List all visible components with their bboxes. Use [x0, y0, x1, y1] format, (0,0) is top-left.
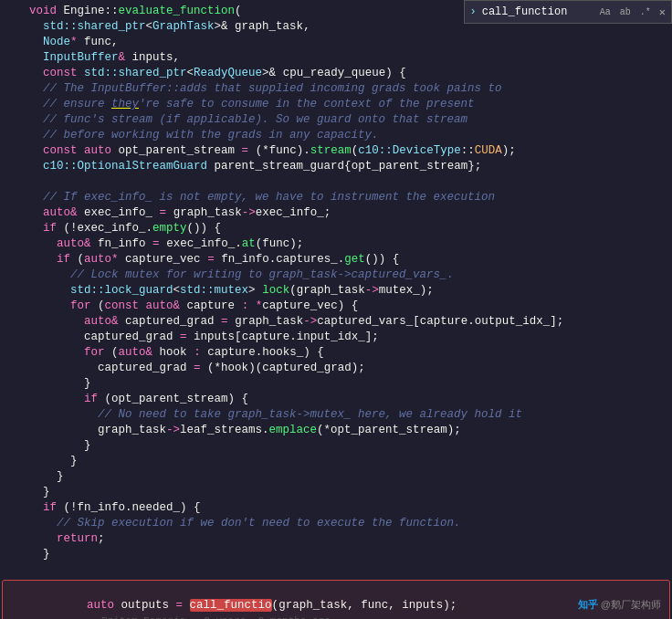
code-line: // before working with the grads in any …: [0, 128, 672, 143]
code-line: // Skip execution if we don't need to ex…: [0, 516, 672, 531]
code-line: [0, 562, 672, 578]
code-line: graph_task->leaf_streams.emplace(*opt_pa…: [0, 423, 672, 438]
search-options: Aa ab .*: [597, 6, 654, 18]
attribution: 知乎 @鹅厂架构师: [578, 598, 661, 612]
code-line: InputBuffer& inputs,: [0, 50, 672, 66]
code-line: auto& fn_info = exec_info_.at(func);: [0, 236, 672, 252]
code-area: void Engine::evaluate_function( std::sha…: [0, 0, 672, 619]
code-line: }: [0, 438, 672, 454]
code-line: if (!fn_info.needed_) {: [0, 500, 672, 516]
code-line: // The InputBuffer::adds that supplied i…: [0, 81, 672, 97]
code-line: Node* func,: [0, 35, 672, 50]
code-line: // No need to take graph_task->mutex_ he…: [0, 407, 672, 423]
code-line: auto& captured_grad = graph_task->captur…: [0, 314, 672, 330]
code-line: if (!exec_info_.empty()) {: [0, 221, 672, 236]
search-close-button[interactable]: ✕: [659, 5, 666, 19]
search-input[interactable]: [482, 5, 592, 18]
code-line: std::lock_guard<std::mutex> lock(graph_t…: [0, 283, 672, 299]
highlighted-code-line: auto outputs = call_functio(graph_task, …: [2, 580, 670, 619]
attribution-handle: @鹅厂架构师: [601, 599, 661, 610]
code-line: return;: [0, 531, 672, 547]
code-line: }: [0, 469, 672, 485]
code-line: if (auto* capture_vec = fn_info.captures…: [0, 252, 672, 268]
code-line: c10::OptionalStreamGuard parent_stream_g…: [0, 159, 672, 174]
code-line: }: [0, 376, 672, 392]
platform-label: 知乎: [578, 599, 598, 610]
code-line: const std::shared_ptr<ReadyQueue>& cpu_r…: [0, 66, 672, 81]
code-line: // Lock mutex for writing to graph_task-…: [0, 268, 672, 283]
code-line: }: [0, 547, 672, 562]
code-line: // func's stream (if applicable). So we …: [0, 112, 672, 128]
code-line: // ensure they're safe to consume in the…: [0, 97, 672, 112]
editor-container: › Aa ab .* ✕ void Engine::evaluate_funct…: [0, 0, 672, 619]
code-line: const auto opt_parent_stream = (*func).s…: [0, 143, 672, 159]
code-line: captured_grad = (*hook)(captured_grad);: [0, 361, 672, 376]
whole-word-button[interactable]: ab: [617, 6, 634, 18]
search-bar: › Aa ab .* ✕: [464, 0, 672, 24]
regex-button[interactable]: .*: [637, 6, 654, 18]
code-line: auto& exec_info_ = graph_task->exec_info…: [0, 205, 672, 221]
code-line: for (auto& hook : capture.hooks_) {: [0, 345, 672, 361]
code-line: for (const auto& capture : *capture_vec)…: [0, 299, 672, 314]
code-line: captured_grad = inputs[capture.input_idx…: [0, 330, 672, 345]
code-line: // If exec_info_ is not empty, we have t…: [0, 190, 672, 205]
code-line: }: [0, 485, 672, 500]
code-line: }: [0, 454, 672, 469]
case-sensitive-button[interactable]: Aa: [597, 6, 614, 18]
search-arrow-icon: ›: [470, 5, 477, 18]
code-line: if (opt_parent_stream) {: [0, 392, 672, 407]
code-line: [0, 174, 672, 190]
